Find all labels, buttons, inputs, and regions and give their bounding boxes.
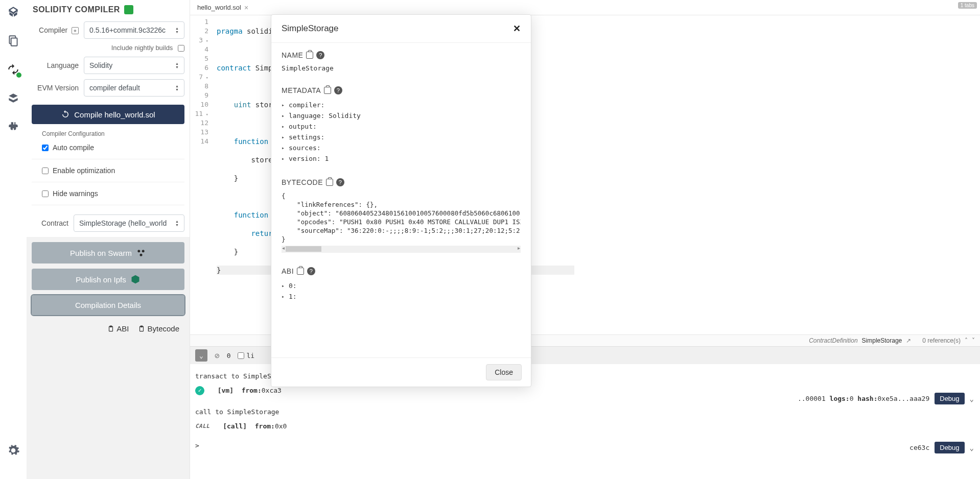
- refresh-icon: [61, 110, 70, 119]
- debug-button[interactable]: Debug: [935, 442, 964, 453]
- tree-item[interactable]: output:: [282, 121, 521, 132]
- deploy-icon[interactable]: [5, 90, 21, 106]
- clipboard-icon[interactable]: [297, 268, 304, 275]
- section-abi-title: ABI ?: [282, 267, 521, 275]
- copy-bytecode-button[interactable]: Bytecode: [138, 324, 179, 333]
- svg-point-2: [137, 250, 140, 252]
- close-tab-icon[interactable]: ×: [244, 4, 248, 12]
- optimization-label: Enable optimization: [53, 166, 115, 175]
- help-icon[interactable]: ?: [316, 51, 324, 59]
- bytecode-content: { "linkReferences": {}, "object": "60806…: [282, 191, 521, 244]
- swarm-icon: [136, 248, 146, 258]
- section-metadata-title: METADATA ?: [282, 86, 521, 94]
- terminal-row-right: ..00001 logs:0 hash:0xe5a...aaa29 Debug …: [798, 393, 974, 404]
- chevron-down-icon[interactable]: ˅: [972, 337, 975, 344]
- help-icon[interactable]: ?: [336, 178, 344, 186]
- terminal-prompt[interactable]: >: [195, 439, 975, 453]
- remix-logo-icon[interactable]: [5, 4, 21, 20]
- nightly-row: Include nightly builds: [32, 44, 184, 52]
- tree-item[interactable]: language: Solidity: [282, 110, 521, 121]
- modal-title: SimpleStorage: [282, 23, 339, 34]
- compilation-details-modal: SimpleStorage ✕ NAME ? SimpleStorage MET…: [271, 14, 531, 387]
- compiler-label: Compiler +: [32, 26, 79, 35]
- tab-hello-world[interactable]: hello_world.sol ×: [193, 2, 252, 14]
- ban-icon[interactable]: ⊘: [215, 351, 220, 361]
- svg-point-4: [139, 254, 142, 256]
- debug-button[interactable]: Debug: [935, 393, 964, 404]
- evm-label: EVM Version: [32, 84, 79, 92]
- copy-row: ABI Bytecode: [32, 320, 184, 337]
- contract-label: Contract: [32, 219, 68, 227]
- section-bytecode-title: BYTECODE ?: [282, 178, 521, 186]
- tree-item[interactable]: settings:: [282, 132, 521, 142]
- chevron-up-icon[interactable]: ˄: [965, 337, 968, 344]
- language-label: Language: [32, 61, 79, 69]
- tree-item[interactable]: compiler:: [282, 100, 521, 110]
- contract-select[interactable]: SimpleStorage (hello_world: [74, 214, 184, 232]
- terminal-row-right: ce63c Debug ⌄: [909, 442, 974, 453]
- evm-select[interactable]: compiler default: [84, 79, 184, 97]
- config-header: Compiler Configuration: [32, 130, 184, 137]
- listen-checkbox[interactable]: [238, 352, 244, 359]
- terminal-line: call to SimpleStorage: [195, 405, 975, 419]
- plugin-icon[interactable]: [5, 118, 21, 135]
- horizontal-scrollbar[interactable]: [282, 246, 521, 253]
- compilation-details-button[interactable]: Compilation Details: [32, 295, 184, 315]
- compiler-panel: SOLIDITY COMPILER Compiler + 0.5.16+comm…: [27, 0, 190, 479]
- hidewarnings-label: Hide warnings: [53, 189, 98, 198]
- ipfs-icon: [130, 274, 141, 284]
- clipboard-icon[interactable]: [326, 179, 333, 186]
- share-icon[interactable]: ↗: [906, 337, 911, 344]
- publish-ipfs-button[interactable]: Publish on Ipfs: [32, 269, 184, 290]
- editor-tabs: hello_world.sol × 1 tabs: [190, 0, 980, 15]
- svg-point-3: [142, 250, 145, 252]
- modal-close-button[interactable]: Close: [486, 364, 522, 380]
- compiler-icon[interactable]: [5, 61, 21, 78]
- help-icon[interactable]: ?: [307, 267, 315, 275]
- compiler-select[interactable]: 0.5.16+commit.9c3226c: [84, 21, 184, 39]
- clipboard-icon[interactable]: [306, 52, 313, 59]
- book-icon[interactable]: [124, 5, 133, 14]
- section-name-title: NAME ?: [282, 51, 521, 59]
- terminal-toggle-icon[interactable]: ⌄: [195, 349, 207, 362]
- name-value: SimpleStorage: [282, 64, 521, 72]
- icon-sidebar: [0, 0, 27, 479]
- call-tag: CALL: [195, 419, 210, 434]
- expand-icon[interactable]: ⌄: [970, 444, 974, 452]
- tree-item[interactable]: version: 1: [282, 153, 521, 164]
- help-icon[interactable]: ?: [334, 86, 342, 94]
- expand-icon[interactable]: ⌄: [970, 395, 974, 403]
- tree-item[interactable]: 1:: [282, 291, 521, 302]
- check-icon: ✓: [195, 386, 204, 395]
- language-select[interactable]: Solidity: [84, 57, 184, 74]
- copy-abi-button[interactable]: ABI: [107, 324, 129, 333]
- line-gutter: 1234567891011121314: [190, 15, 213, 334]
- plus-icon[interactable]: +: [72, 27, 79, 34]
- panel-title: SOLIDITY COMPILER: [32, 5, 184, 14]
- tree-item[interactable]: 0:: [282, 280, 521, 291]
- optimization-checkbox[interactable]: [42, 167, 49, 174]
- nightly-checkbox[interactable]: [178, 45, 184, 52]
- compile-button[interactable]: Compile hello_world.sol: [32, 105, 184, 124]
- success-badge-icon: [15, 71, 22, 79]
- hidewarnings-checkbox[interactable]: [42, 190, 49, 197]
- clipboard-icon[interactable]: [324, 87, 331, 94]
- terminal-line: CALL [call] from:0x0: [195, 419, 975, 434]
- file-explorer-icon[interactable]: [5, 33, 21, 49]
- tabs-count-badge: 1 tabs: [958, 2, 977, 9]
- modal-close-icon[interactable]: ✕: [513, 23, 521, 34]
- publish-swarm-button[interactable]: Publish on Swarm: [32, 242, 184, 264]
- autocompile-checkbox[interactable]: [42, 145, 49, 151]
- settings-icon[interactable]: [5, 442, 21, 459]
- svg-rect-1: [11, 38, 17, 46]
- pending-count: 0: [227, 352, 231, 360]
- tree-item[interactable]: sources:: [282, 142, 521, 153]
- autocompile-label: Auto compile: [53, 143, 94, 152]
